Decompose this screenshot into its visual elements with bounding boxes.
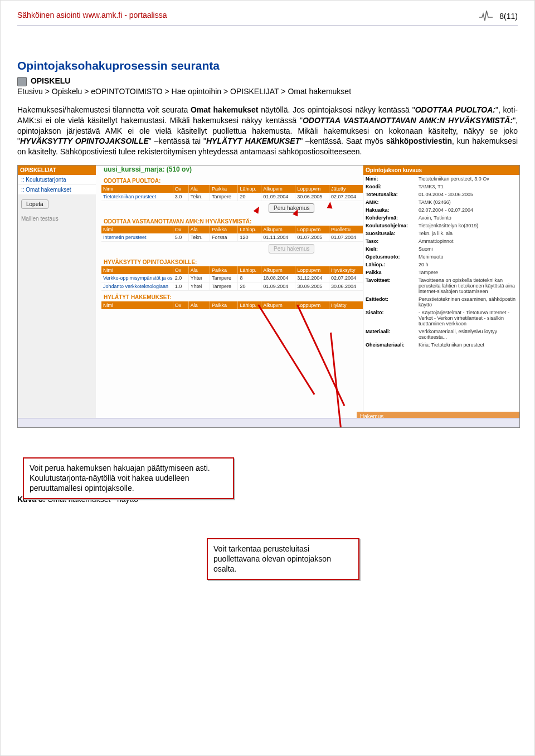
breadcrumb: OPISKELU Etusivu > Opiskelu > eOPINTOTOI… — [17, 76, 518, 97]
detail-row: Koodi:TAMK3, T1 — [363, 183, 519, 191]
sidebar-item-koulutustarjonta[interactable]: :: Koulutustarjonta — [18, 175, 96, 185]
arrowhead-icon — [327, 202, 333, 209]
section-hyvaksytty: HYVÄKSYTTY OPINTOJAKSOILLE: — [101, 256, 363, 266]
detail-row: AMK:TAMK (02466) — [363, 198, 519, 206]
section-title: Opintojaksohakuprosessin seuranta — [17, 59, 518, 72]
section-hylatyt: HYLÄTYT HAKEMUKSET: — [101, 291, 363, 301]
sidebar-item-omat-hakemukset[interactable]: :: Omat hakemukset — [18, 185, 96, 195]
detail-header: Opintojakson kuvaus — [363, 165, 519, 175]
lopeta-button[interactable]: Lopeta — [21, 199, 48, 209]
table-row[interactable]: Internetin perusteet5.0Tekn.Forssa12001.… — [101, 233, 363, 242]
table-header: NimiOvAlaPaikkaLähiop.AlkupvmLoppupvmPuo… — [101, 226, 363, 233]
section-odottaa-vast: ODOTTAA VASTAANOTTAVAN AMK:N HYVÄKSYMIST… — [101, 215, 363, 226]
detail-row: Toteutusaika:01.09.2004 - 30.06.2005 — [363, 191, 519, 198]
cube-icon — [17, 77, 27, 86]
detail-row: Lähiop.:20 h — [363, 261, 519, 269]
detail-row: Sisältö:- Käyttöjärjestelmät - Tietoturv… — [363, 309, 519, 328]
table-header: NimiOvAlaPaikkaLähiop.AlkupvmLoppupvmHyl… — [101, 301, 363, 309]
detail-row: Suositusala:Tekn. ja liik. ala — [363, 230, 519, 237]
peru-hakemus-button-disabled: Peru hakemus — [269, 244, 314, 253]
table-row[interactable]: Johdanto verkkoteknologiaan1.0YhteiTampe… — [101, 282, 363, 291]
app-screenshot: OPISKELIJAT :: Koulutustarjonta :: Omat … — [17, 165, 520, 428]
user-label: uusi_kurssi_marja: (510 ov) — [101, 165, 363, 174]
detail-row: Koulutusohjelma:Tietojenkäsittelyn ko(30… — [363, 222, 519, 230]
detail-row: Kohderyhmä:Avoin, Tutkinto — [363, 214, 519, 222]
body-paragraph: Hakemuksesi/hakemustesi tilannetta voit … — [17, 105, 518, 157]
detail-row: Opetusmuoto:Monimuoto — [363, 253, 519, 261]
scrollbar[interactable] — [18, 418, 519, 427]
detail-row: Esitiedot:Perustietotekninen osaaminen, … — [363, 295, 519, 309]
detail-row: Oheismateriaali:Kiria: Tietotekniikan pe… — [363, 341, 519, 349]
detail-row: Hakuaika:02.07.2004 - 02.07.2004 — [363, 206, 519, 214]
peru-hakemus-button[interactable]: Peru hakemus — [269, 203, 314, 213]
detail-row: Kieli:Suomi — [363, 245, 519, 253]
detail-row: Taso:Ammattiopinnot — [363, 237, 519, 245]
table-row[interactable]: Verkko-oppimisympäristöt ja osaamisporta… — [101, 274, 363, 282]
callout-peru-hakemus: Voit perua hakemuksen hakuajan päättymis… — [23, 457, 234, 499]
section-odottaa-puoltoa: ODOTTAA PUOLTOA: — [101, 174, 363, 185]
heartbeat-icon — [478, 11, 494, 23]
detail-row: Nimi:Tietotekniikan perusteet, 3.0 Ov — [363, 175, 519, 183]
doc-header-right: 8(11) — [478, 11, 518, 23]
detail-row: Materiaali:Verkkomateriaali, esittelysiv… — [363, 328, 519, 341]
table-row[interactable]: Tietotekniikan perusteet3.0Tekn.Tampere2… — [101, 193, 363, 201]
table-header: NimiOvAlaPaikkaLähiop.AlkupvmLoppupvmJät… — [101, 185, 363, 193]
mail-test-label: Mailien testaus — [18, 213, 96, 224]
doc-header-left: Sähköinen asiointi www.amk.fi - portaali… — [17, 11, 167, 19]
table-header: NimiOvAlaPaikkaLähiop.AlkupvmLoppupvmHyv… — [101, 266, 363, 274]
callout-tarkenna: Voit tarkentaa perusteluitasi puollettav… — [207, 538, 359, 580]
detail-row: Tavoitteet:Tavoitteena on opiskella tiet… — [363, 276, 519, 295]
detail-row: PaikkaTampere — [363, 269, 519, 276]
sidebar-header: OPISKELIJAT — [18, 165, 96, 175]
